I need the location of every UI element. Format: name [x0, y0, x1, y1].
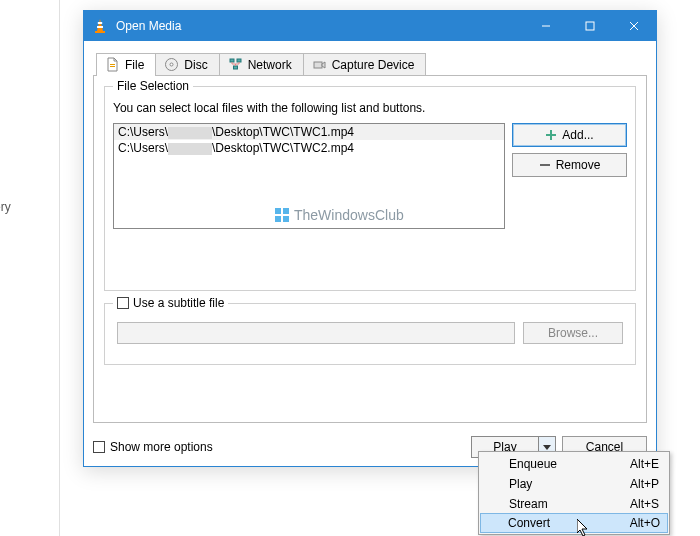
file-selection-group: File Selection You can select local file…: [104, 86, 636, 291]
add-button[interactable]: Add...: [512, 123, 627, 147]
file-selection-title: File Selection: [113, 79, 193, 93]
titlebar[interactable]: Open Media: [84, 11, 656, 41]
menu-shortcut: Alt+P: [610, 477, 659, 491]
checkbox-icon: [117, 297, 129, 309]
svg-rect-3: [95, 31, 105, 33]
file-list-item[interactable]: C:\Users\\Desktop\TWC\TWC1.mp4: [114, 124, 504, 140]
minus-icon: [539, 159, 551, 171]
remove-button[interactable]: Remove: [512, 153, 627, 177]
svg-rect-13: [237, 59, 241, 62]
tab-network[interactable]: Network: [219, 53, 304, 75]
file-icon: [105, 57, 120, 72]
svg-rect-20: [283, 216, 289, 222]
background-sidebar: ery: [0, 0, 60, 536]
tab-file[interactable]: File: [96, 53, 156, 76]
subtitle-checkbox-label: Use a subtitle file: [133, 296, 224, 310]
disc-icon: [164, 57, 179, 72]
svg-rect-1: [98, 22, 102, 24]
svg-rect-14: [233, 66, 237, 69]
svg-rect-12: [230, 59, 234, 62]
menu-label: Play: [509, 477, 532, 491]
menu-shortcut: Alt+S: [610, 497, 659, 511]
menu-label: Stream: [509, 497, 548, 511]
subtitle-group: Use a subtitle file Browse...: [104, 303, 636, 365]
svg-rect-8: [110, 64, 115, 65]
menu-shortcut: Alt+E: [610, 457, 659, 471]
svg-marker-0: [97, 19, 103, 31]
show-more-label: Show more options: [110, 440, 213, 454]
menu-label: Enqueue: [509, 457, 557, 471]
file-path-prefix: C:\Users\: [118, 125, 168, 139]
menu-label: Convert: [508, 516, 550, 530]
add-button-label: Add...: [562, 128, 593, 142]
open-media-dialog: Open Media File Disc: [83, 10, 657, 467]
tab-capture[interactable]: Capture Device: [303, 53, 427, 75]
file-list[interactable]: C:\Users\\Desktop\TWC\TWC1.mp4 C:\Users\…: [113, 123, 505, 229]
svg-rect-17: [275, 208, 281, 214]
tab-disc-label: Disc: [184, 58, 207, 72]
watermark-text: TheWindowsClub: [294, 207, 404, 223]
menu-item-convert[interactable]: Convert Alt+O: [480, 513, 668, 533]
dialog-title: Open Media: [116, 19, 524, 33]
file-path-suffix: \Desktop\TWC\TWC2.mp4: [212, 141, 354, 155]
browse-button: Browse...: [523, 322, 623, 344]
plus-icon: [545, 129, 557, 141]
file-selection-help: You can select local files with the foll…: [113, 101, 425, 115]
chevron-down-icon: [543, 445, 551, 450]
file-list-item[interactable]: C:\Users\\Desktop\TWC\TWC2.mp4: [114, 140, 504, 156]
vlc-cone-icon: [92, 18, 108, 34]
watermark: TheWindowsClub: [274, 207, 404, 223]
file-path-prefix: C:\Users\: [118, 141, 168, 155]
tab-strip: File Disc Network Capture Device: [96, 50, 647, 75]
browse-button-label: Browse...: [548, 326, 598, 340]
file-path-suffix: \Desktop\TWC\TWC1.mp4: [212, 125, 354, 139]
svg-rect-9: [110, 66, 115, 67]
subtitle-path-input: [117, 322, 515, 344]
tab-content: File Selection You can select local file…: [93, 75, 647, 423]
menu-item-play[interactable]: Play Alt+P: [481, 474, 667, 494]
menu-shortcut: Alt+O: [610, 516, 660, 530]
menu-item-enqueue[interactable]: Enqueue Alt+E: [481, 454, 667, 474]
sidebar-partial-text: ery: [0, 200, 11, 214]
dialog-body: File Disc Network Capture Device: [84, 41, 656, 427]
checkbox-icon: [93, 441, 105, 453]
maximize-button[interactable]: [568, 11, 612, 41]
capture-icon: [312, 57, 327, 72]
svg-marker-24: [543, 445, 551, 450]
svg-rect-5: [586, 22, 594, 30]
show-more-options-checkbox[interactable]: Show more options: [93, 440, 213, 454]
close-button[interactable]: [612, 11, 656, 41]
redacted-username: [168, 143, 212, 155]
minimize-button[interactable]: [524, 11, 568, 41]
menu-item-stream[interactable]: Stream Alt+S: [481, 494, 667, 514]
svg-point-11: [170, 63, 173, 66]
subtitle-checkbox[interactable]: Use a subtitle file: [113, 296, 228, 310]
tab-network-label: Network: [248, 58, 292, 72]
remove-button-label: Remove: [556, 158, 601, 172]
tab-file-label: File: [125, 58, 144, 72]
svg-rect-2: [97, 26, 103, 28]
svg-rect-18: [283, 208, 289, 214]
tab-disc[interactable]: Disc: [155, 53, 219, 75]
redacted-username: [168, 127, 212, 139]
tab-capture-label: Capture Device: [332, 58, 415, 72]
svg-rect-19: [275, 216, 281, 222]
play-dropdown-menu: Enqueue Alt+E Play Alt+P Stream Alt+S Co…: [478, 451, 670, 535]
svg-rect-15: [314, 62, 322, 68]
network-icon: [228, 57, 243, 72]
